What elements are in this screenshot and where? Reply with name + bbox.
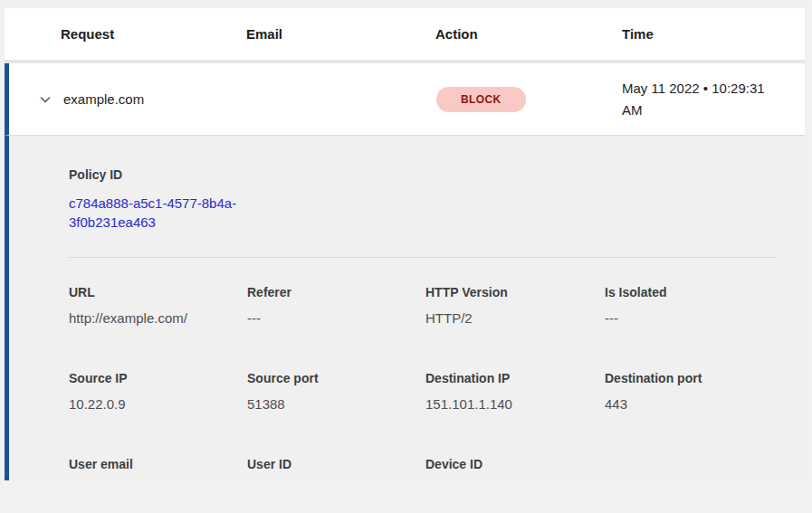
field-device-id: Device ID --- xyxy=(425,457,605,480)
field-user-email: User email --- xyxy=(69,457,247,480)
field-value: 10.22.0.9 xyxy=(69,396,247,412)
table-row-expanded[interactable]: example.com BLOCK May 11 2022 • 10:29:31… xyxy=(5,63,805,136)
field-label: Referer xyxy=(247,285,425,299)
policy-id-label: Policy ID xyxy=(69,167,775,182)
block-action-badge: BLOCK xyxy=(436,87,526,112)
field-value: 51388 xyxy=(247,396,425,412)
field-source-port: Source port 51388 xyxy=(247,371,425,412)
request-cell: example.com xyxy=(63,91,242,107)
field-label: Device ID xyxy=(425,457,605,471)
field-value: 443 xyxy=(605,396,775,412)
column-header-action: Action xyxy=(435,26,622,42)
field-empty xyxy=(605,457,775,480)
table-header-row: Request Email Action Time xyxy=(5,8,805,60)
field-referer: Referer --- xyxy=(247,285,425,326)
detail-row-http: URL http://example.com/ Referer --- HTTP… xyxy=(69,285,775,326)
field-label: User email xyxy=(69,457,247,471)
field-label: Destination IP xyxy=(425,371,605,385)
field-label: User ID xyxy=(247,457,425,471)
field-value: --- xyxy=(605,310,775,326)
field-label: Destination port xyxy=(605,371,775,385)
field-source-ip: Source IP 10.22.0.9 xyxy=(69,371,247,412)
column-header-email: Email xyxy=(246,26,435,42)
field-destination-ip: Destination IP 151.101.1.140 xyxy=(425,371,605,412)
detail-row-network: Source IP 10.22.0.9 Source port 51388 De… xyxy=(69,371,775,412)
field-value: --- xyxy=(247,310,425,326)
field-value: 151.101.1.140 xyxy=(425,396,605,412)
column-header-time: Time xyxy=(622,26,805,42)
field-user-id: User ID --- xyxy=(247,457,425,480)
field-value: HTTP/2 xyxy=(425,310,605,326)
column-header-request: Request xyxy=(61,26,246,42)
section-divider xyxy=(69,257,775,258)
field-destination-port: Destination port 443 xyxy=(605,371,775,412)
field-label: Is Isolated xyxy=(605,285,775,299)
action-cell: BLOCK xyxy=(431,87,617,112)
field-is-isolated: Is Isolated --- xyxy=(605,285,775,326)
field-label: Source port xyxy=(247,371,425,385)
expanded-row-details: Policy ID c784a888-a5c1-4577-8b4a-3f0b23… xyxy=(5,136,805,480)
field-label: URL xyxy=(69,285,247,299)
field-url: URL http://example.com/ xyxy=(69,285,247,326)
time-cell: May 11 2022 • 10:29:31 AM xyxy=(617,78,785,121)
detail-row-user: User email --- User ID --- Device ID --- xyxy=(69,457,775,480)
field-label: HTTP Version xyxy=(425,285,605,299)
policy-id-link[interactable]: c784a888-a5c1-4577-8b4a-3f0b231ea463 xyxy=(69,194,254,232)
logs-table: Request Email Action Time example.com BL… xyxy=(5,8,805,480)
chevron-down-icon[interactable] xyxy=(38,92,63,107)
field-label: Source IP xyxy=(69,371,247,385)
field-http-version: HTTP Version HTTP/2 xyxy=(425,285,605,326)
field-value: http://example.com/ xyxy=(69,310,247,326)
